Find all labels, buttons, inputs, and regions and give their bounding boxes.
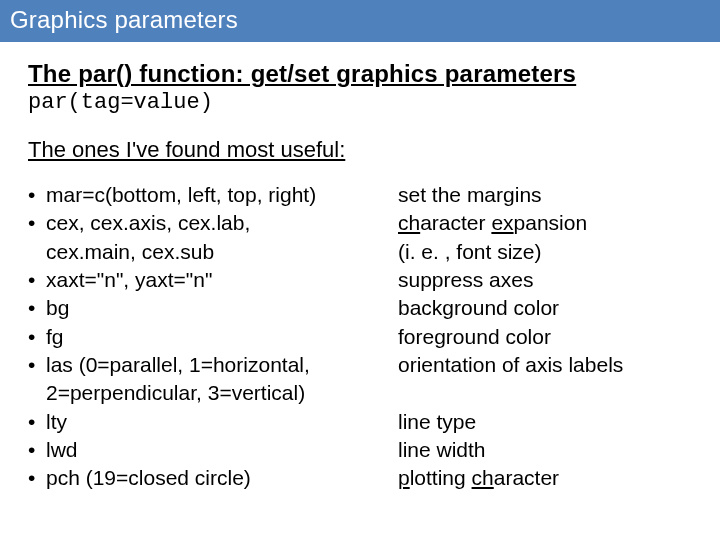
definition-text: character expansion xyxy=(398,209,692,237)
param-text: lwd xyxy=(46,438,78,461)
definition-text: orientation of axis labels xyxy=(398,351,692,379)
underline-ch: ch xyxy=(472,466,494,489)
definition-text: line width xyxy=(398,436,692,464)
parameter-list: mar=c(bottom, left, top, right) cex, cex… xyxy=(28,181,398,238)
param-text: mar=c(bottom, left, top, right) xyxy=(46,183,316,206)
parameter-list: xaxt="n", yaxt="n" bg fg las (0=parallel… xyxy=(28,266,398,379)
definition-text: foreground color xyxy=(398,323,692,351)
def-frag: aracter xyxy=(420,211,491,234)
def-frag: aracter xyxy=(494,466,559,489)
param-text: cex, cex.axis, cex.lab, xyxy=(46,211,250,234)
definition-text: set the margins xyxy=(398,181,692,209)
param-text: lty xyxy=(46,410,67,433)
parameter-list: lty lwd pch (19=closed circle) xyxy=(28,408,398,493)
list-item: lwd xyxy=(28,436,398,464)
list-item: cex, cex.axis, cex.lab, xyxy=(28,209,398,237)
list-continuation: 2=perpendicular, 3=vertical) xyxy=(28,379,398,407)
list-item: mar=c(bottom, left, top, right) xyxy=(28,181,398,209)
param-text: xaxt="n", yaxt="n" xyxy=(46,268,212,291)
underline-ex: ex xyxy=(491,211,513,234)
slide-content: The par() function: get/set graphics par… xyxy=(0,42,720,493)
underline-p: p xyxy=(398,466,410,489)
list-item: pch (19=closed circle) xyxy=(28,464,398,492)
param-text: bg xyxy=(46,296,69,319)
def-frag: pansion xyxy=(514,211,588,234)
list-item: bg xyxy=(28,294,398,322)
param-text: las (0=parallel, 1=horizontal, xyxy=(46,353,310,376)
list-item: lty xyxy=(28,408,398,436)
list-item: fg xyxy=(28,323,398,351)
list-item: xaxt="n", yaxt="n" xyxy=(28,266,398,294)
definition-text: plotting character xyxy=(398,464,692,492)
def-frag: lotting xyxy=(410,466,472,489)
right-column: set the margins character expansion (i. … xyxy=(398,181,692,493)
section-heading: The par() function: get/set graphics par… xyxy=(28,60,692,88)
two-column-layout: mar=c(bottom, left, top, right) cex, cex… xyxy=(28,181,692,493)
definition-text: suppress axes xyxy=(398,266,692,294)
slide-title-bar: Graphics parameters xyxy=(0,0,720,42)
underline-ch: ch xyxy=(398,211,420,234)
slide-title: Graphics parameters xyxy=(10,6,238,33)
section-subheading: The ones I've found most useful: xyxy=(28,137,692,163)
list-item: las (0=parallel, 1=horizontal, xyxy=(28,351,398,379)
code-line: par(tag=value) xyxy=(28,90,692,115)
definition-text: (i. e. , font size) xyxy=(398,238,692,266)
definition-text: background color xyxy=(398,294,692,322)
list-continuation: cex.main, cex.sub xyxy=(28,238,398,266)
param-text: pch (19=closed circle) xyxy=(46,466,251,489)
definition-text: line type xyxy=(398,408,692,436)
param-text: fg xyxy=(46,325,64,348)
left-column: mar=c(bottom, left, top, right) cex, cex… xyxy=(28,181,398,493)
spacer xyxy=(398,379,692,407)
